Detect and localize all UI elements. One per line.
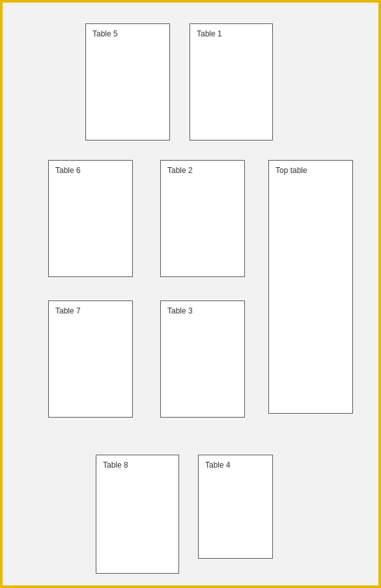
- table2-label: Table 2: [167, 166, 193, 175]
- table7-label: Table 7: [55, 306, 81, 315]
- table8-box[interactable]: Table 8: [96, 455, 179, 574]
- table1-box[interactable]: Table 1: [190, 23, 273, 140]
- layout-area: Top table Table 5 Table 1 Table 6 Table …: [3, 3, 378, 585]
- table3-label: Table 3: [167, 306, 193, 315]
- top-table-box[interactable]: Top table: [268, 160, 353, 414]
- table5-label: Table 5: [92, 29, 118, 38]
- table1-label: Table 1: [197, 29, 222, 38]
- table6-box[interactable]: Table 6: [48, 160, 133, 277]
- top-table-label: Top table: [275, 166, 307, 175]
- table5-box[interactable]: Table 5: [85, 23, 170, 140]
- table4-label: Table 4: [205, 461, 231, 470]
- table6-label: Table 6: [55, 166, 81, 175]
- table4-box[interactable]: Table 4: [198, 455, 273, 559]
- table7-box[interactable]: Table 7: [48, 301, 133, 418]
- table8-label: Table 8: [103, 461, 128, 470]
- table3-box[interactable]: Table 3: [160, 301, 245, 418]
- table2-box[interactable]: Table 2: [160, 160, 245, 277]
